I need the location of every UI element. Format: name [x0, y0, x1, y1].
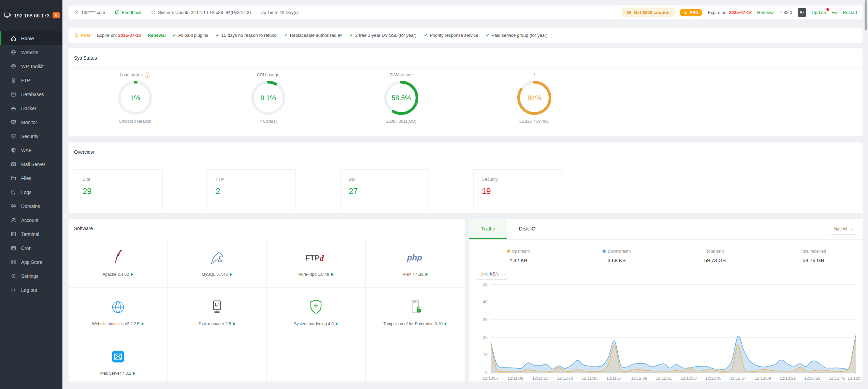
pureftpd-icon: FTPd — [305, 249, 327, 267]
svg-text:12:10:57: 12:10:57 — [482, 376, 499, 381]
pro-feature-15-days-no-reason-to-refund: ✓15 days no reason to refund — [216, 33, 277, 38]
sidebar-item-databases[interactable]: Databases — [0, 87, 62, 101]
software-empty-cell — [366, 337, 465, 381]
pro-banner-expire: Expire on: 2025-07-18 — [97, 33, 141, 38]
language-icon[interactable]: Ax — [798, 8, 806, 17]
overview-card-db[interactable]: DB27 — [340, 169, 429, 210]
hardening-icon — [309, 298, 323, 316]
gauge-ram-usage: RAM usage58.5%2288 / 3911(MB) — [335, 71, 468, 124]
pro-banner: PRO Expire on: 2025-07-18 Renewal ✓All p… — [69, 28, 863, 43]
software-tamper-proof-for-enterprise-3-10[interactable]: Tamper-proof for Enterprise 3.10 — [366, 288, 465, 337]
message-count-badge[interactable]: 0 — [53, 12, 60, 18]
software-php-7-4-33[interactable]: phpPHP 7.4.33 — [366, 238, 465, 288]
sidebar-item-label: Home — [21, 36, 34, 41]
system-info[interactable]: System: Ubuntu 22.04.1 LTS x86_64(Py3.12… — [151, 10, 251, 15]
sidebar-item-domains[interactable]: Domains — [0, 199, 62, 213]
update-link[interactable]: Update — [812, 10, 826, 15]
svg-text:12:11:57: 12:11:57 — [606, 376, 622, 381]
gauge-ring: 8.1% — [250, 80, 286, 116]
sidebar-item-label: Databases — [21, 92, 44, 97]
overview-card-site[interactable]: Site29 — [74, 169, 163, 210]
pro-badge[interactable]: PRO — [680, 9, 702, 16]
restart-link[interactable]: Restart — [843, 10, 857, 15]
gauge-label: Load status? — [120, 71, 150, 78]
gauge-sub: 2288 / 3911(MB) — [335, 119, 468, 124]
card-value: 2 — [216, 186, 295, 196]
sidebar-item-label: Domains — [21, 204, 40, 209]
software-mysql-5-7-43[interactable]: MySQL 5.7.43 — [168, 238, 266, 288]
sidebar-item-cron[interactable]: Cron — [0, 241, 62, 255]
software-apache-2-4-62[interactable]: Apache 2.4.62 — [69, 238, 168, 288]
account-link[interactable]: 109****.com — [74, 10, 105, 15]
software-name: PHP 7.4.33 — [403, 272, 423, 277]
sidebar-item-wp-toolkit[interactable]: WP Toolkit — [0, 59, 62, 73]
server-ip: 192.168.66.173 — [14, 13, 49, 18]
sidebar-item-account[interactable]: Account — [0, 213, 62, 227]
scrollbar-thumb[interactable] — [865, 0, 867, 30]
server-switcher[interactable]: 192.168.66.173 0 — [0, 0, 62, 31]
sidebar-item-files[interactable]: Files — [0, 171, 62, 185]
sidebar-item-waf[interactable]: WAF — [0, 143, 62, 157]
pro-badge-label: PRO — [690, 10, 698, 15]
traffic-header: TrafficDisk IO Net: All — [469, 219, 863, 240]
legend-dot — [603, 250, 606, 253]
pro-banner-expire-label: Expire on: — [97, 33, 117, 38]
sidebar-item-docker[interactable]: Docker — [0, 101, 62, 115]
system-label: System: Ubuntu 22.04.1 LTS x86_64(Py3.12… — [158, 10, 251, 15]
software-name: System hardening 4.0 — [294, 321, 334, 326]
traffic-panel: TrafficDisk IO Net: All Upstream2.32 KBD… — [469, 219, 863, 381]
tab-disk-io[interactable]: Disk IO — [507, 219, 548, 239]
update-notification-dot — [826, 8, 829, 11]
sidebar-item-ftp[interactable]: FTP — [0, 73, 62, 87]
mail-icon — [110, 348, 126, 365]
sidebar-item-label: Account — [21, 218, 39, 223]
tab-traffic[interactable]: Traffic — [469, 219, 507, 239]
unit-select[interactable]: Unit: KB/s — [476, 269, 508, 280]
sidebar-item-terminal[interactable]: Terminal — [0, 227, 62, 241]
svg-text:12:13:54: 12:13:54 — [848, 376, 860, 381]
tamper-icon — [408, 298, 423, 316]
gauge-sub: 32.82G / 39.49G — [468, 119, 601, 124]
update-label: Update — [812, 10, 826, 15]
help-icon[interactable]: ? — [145, 72, 150, 78]
pro-banner-renewal-link[interactable]: Renewal — [148, 33, 166, 38]
software-system-hardening-4-0[interactable]: System hardening 4.0 — [267, 288, 366, 337]
appstore-icon — [11, 259, 16, 265]
stat-total-received: Total received53.76 GB — [764, 248, 863, 263]
overview-card-ftp[interactable]: FTP2 — [207, 169, 296, 210]
expire-label: Expire on: — [708, 10, 728, 15]
sidebar-item-home[interactable]: Home — [0, 31, 62, 45]
renewal-link[interactable]: Renewal — [757, 10, 775, 15]
sidebar-item-label: Website — [21, 50, 38, 55]
feedback-link[interactable]: Feedback — [115, 10, 141, 15]
coupon-button[interactable]: Get $200 coupon — [622, 8, 675, 17]
net-select[interactable]: Net: All — [830, 224, 857, 235]
stat-upstream: Upstream2.32 KB — [469, 248, 567, 263]
sidebar-item-monitor[interactable]: Monitor — [0, 115, 62, 129]
software-empty-cell — [267, 337, 366, 381]
overview-card-security[interactable]: Security19 — [473, 169, 562, 210]
stat-total-sent: Total sent59.73 GB — [666, 248, 764, 263]
sidebar-item-security[interactable]: Security — [0, 129, 62, 143]
sidebar-item-mail-server[interactable]: Mail Server — [0, 157, 62, 171]
restart-label: Restart — [843, 10, 857, 15]
uptime: Up Time: 42 Day(s) — [260, 10, 299, 15]
sidebar-item-website[interactable]: Website — [0, 45, 62, 59]
software-mail-server-7-3-2[interactable]: Mail Server 7.3.2 — [69, 337, 168, 381]
mysql-icon — [208, 249, 226, 267]
topbar-right: Get $200 coupon PRO Expire on: 2025-07-1… — [622, 8, 857, 17]
fix-link[interactable]: Fix — [831, 10, 837, 15]
svg-text:20: 20 — [483, 335, 488, 340]
software-website-statistics-v2-2-2-5[interactable]: Website statistics-v2 2.2.5 — [69, 288, 168, 337]
running-indicator-icon — [233, 322, 235, 326]
sidebar-item-app-store[interactable]: App Store — [0, 255, 62, 269]
topbar: 109****.com Feedback System: Ubuntu 22.0… — [69, 5, 863, 19]
running-indicator-icon — [142, 322, 144, 326]
sidebar-item-logs[interactable]: Logs — [0, 185, 62, 199]
sidebar-item-settings[interactable]: Settings — [0, 269, 62, 283]
software-pure-ftpd-1-0-49[interactable]: FTPdPure-Ftpd 1.0.49 — [267, 238, 366, 288]
software-task-manager-2-5[interactable]: Task manager 2.5 — [168, 288, 266, 337]
card-label: Site — [83, 177, 162, 182]
php-icon: php — [405, 249, 425, 267]
sidebar-item-log-out[interactable]: Log out — [0, 283, 62, 297]
